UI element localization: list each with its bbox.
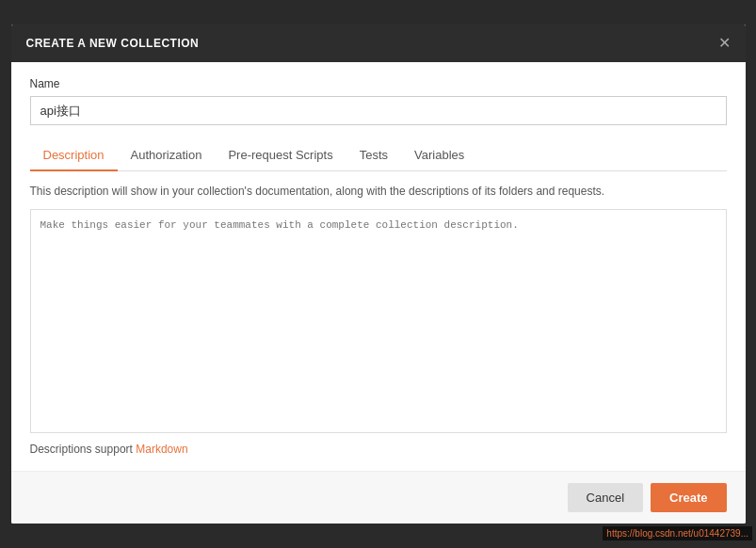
name-input[interactable] (30, 96, 727, 125)
name-field-label: Name (30, 77, 727, 90)
cancel-button[interactable]: Cancel (568, 483, 643, 512)
tab-variables[interactable]: Variables (401, 140, 477, 171)
modal-overlay: CREATE A NEW COLLECTION ✕ Name Descripti… (0, 0, 756, 548)
tab-tests[interactable]: Tests (346, 140, 401, 171)
description-textarea[interactable] (30, 209, 727, 433)
markdown-note: Descriptions support Markdown (30, 443, 727, 456)
markdown-link[interactable]: Markdown (136, 443, 187, 456)
modal-dialog: CREATE A NEW COLLECTION ✕ Name Descripti… (11, 24, 746, 524)
tabs-container: Description Authorization Pre-request Sc… (30, 140, 727, 171)
tab-description[interactable]: Description (30, 140, 118, 171)
modal-header: CREATE A NEW COLLECTION ✕ (11, 24, 746, 62)
modal-title: CREATE A NEW COLLECTION (26, 37, 200, 50)
close-button[interactable]: ✕ (718, 36, 731, 51)
modal-footer: Cancel Create (11, 471, 746, 524)
modal-body: Name Description Authorization Pre-reque… (11, 62, 746, 471)
description-hint: This description will show in your colle… (30, 183, 727, 200)
tab-authorization[interactable]: Authorization (118, 140, 216, 171)
tab-pre-request-scripts[interactable]: Pre-request Scripts (215, 140, 346, 171)
create-button[interactable]: Create (651, 483, 726, 512)
watermark: https://blog.csdn.net/u01442739... (603, 526, 752, 540)
